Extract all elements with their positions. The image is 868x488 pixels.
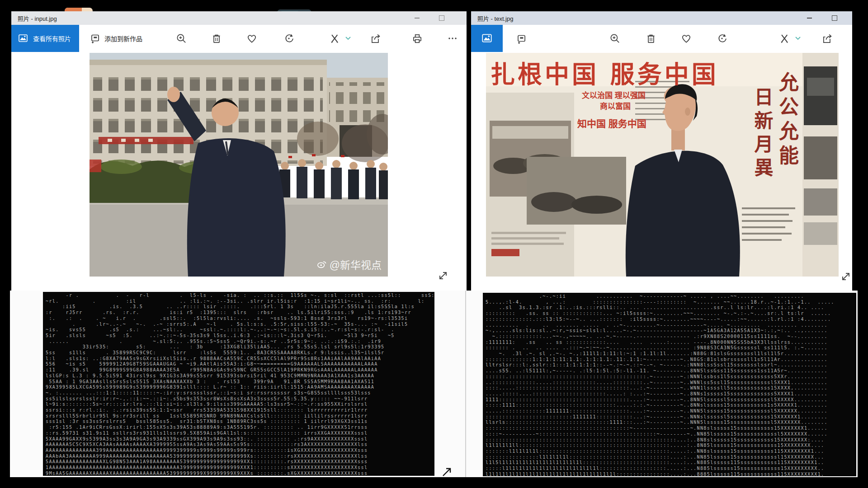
heart-icon: [246, 33, 258, 44]
zoom-button[interactable]: [174, 31, 189, 46]
ascii-output-panel: -r . . - r-l . l5-ls . -sia. : .. ::s.::…: [10, 291, 858, 477]
photos-app-icon: [481, 32, 493, 45]
edit-icon: [778, 33, 790, 44]
share-button[interactable]: [820, 31, 835, 46]
window-title-right: 照片 - text.jpg: [477, 14, 513, 23]
minimize-icon: [807, 18, 812, 19]
view-all-photos-button[interactable]: 查看所有照片: [11, 25, 79, 52]
edit-dropdown-button[interactable]: [344, 31, 352, 46]
maximize-button-left[interactable]: [432, 11, 452, 25]
ascii-art-input: -r . . - r-l . l5-ls . -sia. : .. ::s.::…: [43, 292, 434, 476]
expand-button-right[interactable]: [840, 271, 852, 282]
maximize-button-right[interactable]: [825, 11, 844, 25]
view-all-photos-label: 查看所有照片: [33, 34, 71, 43]
photo-canvas-right: 扎根中国 服务中国 文以治国 理以强国 商以富国 知中国 服务中国 允公允能 日…: [471, 52, 852, 291]
arrow-up-right-icon: [440, 465, 453, 478]
ascii-art-text: .~-.~:ii ........... ~------------~ ....…: [483, 293, 856, 476]
zoom-in-icon: [175, 33, 187, 44]
calligraphy-right-column: 允公允能: [773, 72, 802, 169]
rotate-icon: [283, 33, 295, 44]
share-button[interactable]: [368, 31, 383, 46]
minimize-button-right[interactable]: [799, 11, 819, 25]
trash-icon: [645, 33, 657, 44]
zoom-in-icon: [609, 33, 621, 44]
edit-icon: [329, 33, 340, 44]
add-to-creation-button[interactable]: 添加到新作品: [89, 25, 142, 52]
add-to-creation-icon: [89, 32, 101, 45]
photo-input-jpg: @新华视点: [90, 53, 388, 277]
panel-divider: [465, 291, 466, 477]
expand-button-ascii[interactable]: [440, 465, 453, 478]
photo-text-jpg: 扎根中国 服务中国 文以治国 理以强国 商以富国 知中国 服务中国 允公允能 日…: [486, 53, 839, 277]
screen: 照片 - input.jpg 查看所有照片: [0, 0, 868, 488]
expand-button-left[interactable]: [437, 270, 449, 282]
window-title-left: 照片 - input.jpg: [18, 14, 57, 23]
photos-window-text: 照片 - text.jpg: [471, 11, 852, 291]
add-to-creation-button[interactable]: [514, 31, 528, 46]
heart-icon: [680, 33, 692, 44]
exhibit-red-line-1: 文以治国 理以强国: [582, 89, 646, 100]
chevron-down-icon: [795, 37, 801, 40]
zoom-button[interactable]: [608, 31, 622, 46]
favorite-button[interactable]: [245, 31, 259, 46]
chevron-down-icon: [345, 37, 351, 40]
view-all-photos-button[interactable]: [471, 25, 503, 52]
rotate-button[interactable]: [715, 31, 729, 46]
exhibit-red-line-2: 商以富国: [600, 100, 631, 111]
titlebar-left[interactable]: 照片 - input.jpg: [11, 11, 467, 25]
share-icon: [821, 33, 833, 44]
photos-app-icon: [18, 33, 28, 45]
rotate-button[interactable]: [282, 31, 296, 46]
delete-button[interactable]: [644, 31, 658, 46]
photo-canvas-left: @新华视点: [11, 52, 467, 291]
toolbar-left: 查看所有照片 添加到新作品: [11, 25, 467, 52]
titlebar-right[interactable]: 照片 - text.jpg: [471, 11, 852, 25]
more-button[interactable]: [445, 31, 460, 46]
weibo-icon: [317, 259, 327, 269]
trash-icon: [211, 33, 222, 44]
calligraphy-left-column: 日新月異: [748, 87, 776, 181]
edit-dropdown-button[interactable]: [794, 31, 802, 46]
maximize-icon: [832, 15, 837, 21]
printer-icon: [411, 33, 423, 44]
expand-diagonal-icon: [840, 271, 852, 282]
ellipsis-icon: [447, 33, 458, 44]
expand-diagonal-icon: [437, 270, 449, 282]
favorite-button[interactable]: [679, 31, 693, 46]
exhibit-red-line-3: 知中国 服务中国: [577, 116, 646, 130]
edit-button[interactable]: [327, 31, 342, 46]
photos-window-input: 照片 - input.jpg 查看所有照片: [11, 11, 467, 291]
add-to-creation-icon: [515, 33, 527, 44]
rotate-icon: [716, 33, 728, 44]
minimize-button-left[interactable]: [407, 11, 427, 25]
minimize-icon: [415, 18, 420, 19]
edit-button[interactable]: [777, 31, 792, 46]
print-button[interactable]: [410, 31, 425, 46]
delete-button[interactable]: [209, 31, 224, 46]
maximize-icon: [439, 15, 444, 21]
toolbar-right: [471, 25, 852, 52]
share-icon: [370, 33, 382, 44]
photo-watermark: @新华视点: [317, 257, 382, 272]
exhibit-banner: 扎根中国 服务中国: [491, 55, 719, 90]
add-to-creation-label: 添加到新作品: [104, 34, 142, 43]
